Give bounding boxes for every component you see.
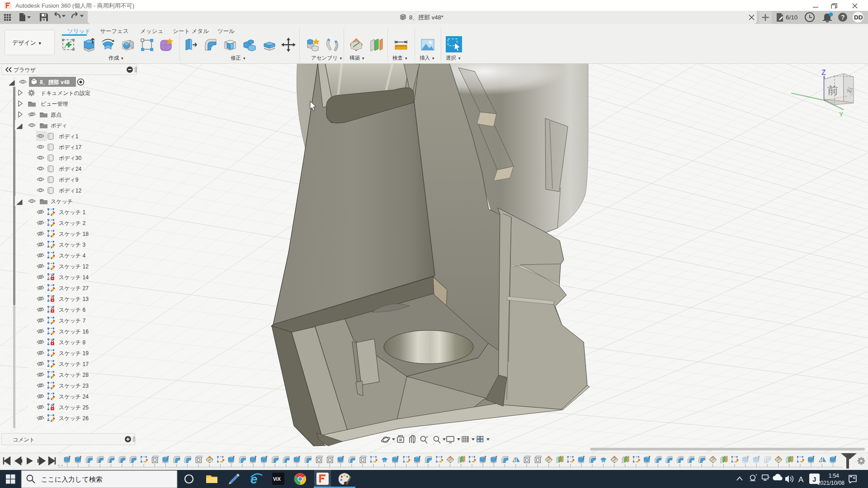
svg-text:A: A [798, 475, 804, 484]
svg-text:1:54: 1:54 [829, 473, 840, 479]
svg-text:2021/10/08: 2021/10/08 [817, 480, 844, 486]
svg-text:ViX: ViX [273, 476, 281, 482]
svg-text:J: J [812, 475, 816, 483]
svg-text:ここに入力して検索: ここに入力して検索 [41, 475, 103, 483]
